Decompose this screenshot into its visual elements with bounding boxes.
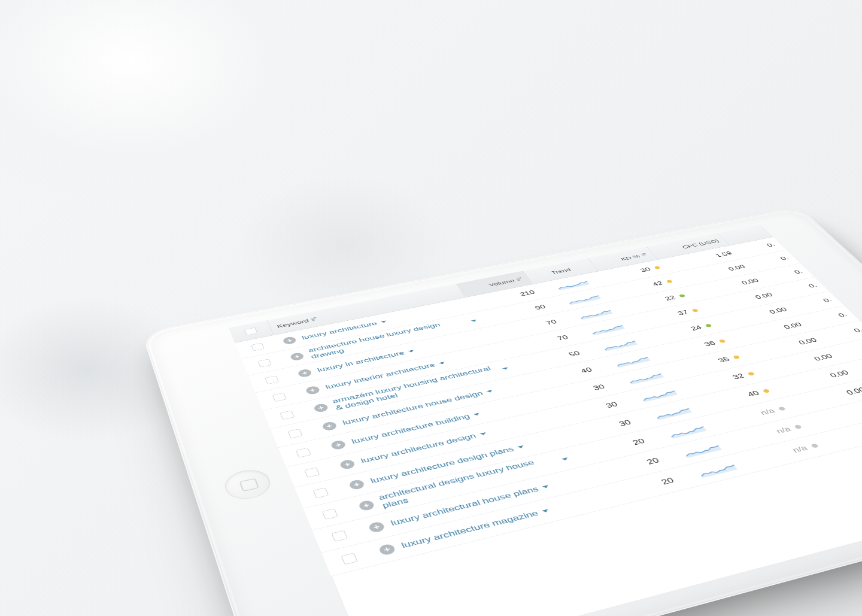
row-keyword-cell: + luxury architecture design plans	[341, 434, 564, 493]
row-checkbox-cell	[289, 464, 335, 481]
keyword-table: Keyword Volume Trend KD %	[229, 225, 862, 616]
header-keyword-label: Keyword	[276, 318, 309, 329]
extra-value: 0.	[821, 297, 834, 304]
keyword-link[interactable]: luxury architecture design	[360, 430, 488, 465]
extra-value: 0.	[779, 255, 790, 262]
row-checkbox[interactable]	[251, 343, 265, 351]
trend-sparkline	[695, 460, 742, 479]
add-keyword-button[interactable]: +	[357, 499, 375, 511]
row-checkbox[interactable]	[288, 429, 303, 438]
keyword-text: luxury architecture design	[360, 432, 478, 465]
row-checkbox[interactable]	[304, 468, 320, 478]
chevron-down-icon	[542, 485, 550, 488]
cpc-value: 0.00	[845, 386, 862, 397]
row-checkbox-cell	[315, 526, 364, 545]
cpc-value: 0.00	[754, 292, 775, 301]
add-keyword-button[interactable]: +	[321, 421, 338, 432]
kd-difficulty-dot	[654, 266, 661, 269]
ipad-device: Keyword Volume Trend KD %	[141, 207, 862, 616]
keyword-link[interactable]: luxury architecture building	[350, 411, 482, 446]
row-extra-cell	[854, 360, 862, 371]
row-checkbox[interactable]	[272, 393, 287, 402]
row-keyword-cell: + luxury architectural house plans	[360, 473, 591, 536]
row-keyword-cell: + luxury architecture magazine	[370, 493, 605, 558]
keyword-link[interactable]: luxury architectural house plans	[389, 483, 551, 528]
keyword-link[interactable]: luxury architecture design plans	[369, 443, 526, 485]
add-keyword-button[interactable]: +	[305, 386, 321, 395]
extra-value: 0.	[837, 311, 849, 318]
table-row: + luxury architecture magazine 20 n/a	[321, 403, 862, 576]
kd-value: 35	[717, 356, 732, 364]
chevron-down-icon	[381, 320, 387, 323]
chevron-down-icon	[486, 390, 493, 393]
row-checkbox-cell	[237, 340, 278, 354]
row-keyword-cell: + luxury architecture design	[332, 415, 553, 472]
sort-icon	[311, 317, 317, 321]
add-keyword-button[interactable]: +	[289, 352, 305, 361]
add-keyword-button[interactable]: +	[339, 459, 356, 471]
cpc-value: 0.00	[740, 278, 761, 286]
kd-value: 24	[689, 324, 703, 332]
row-volume-cell: 30	[560, 417, 640, 441]
row-trend-cell	[648, 417, 729, 444]
row-volume-cell: 20	[585, 455, 668, 481]
row-checkbox[interactable]	[265, 375, 279, 384]
kd-difficulty-dot	[733, 355, 740, 359]
chevron-down-icon	[474, 413, 481, 417]
perspective-stage: Keyword Volume Trend KD %	[0, 0, 862, 616]
row-checkbox-cell	[257, 390, 301, 405]
cpc-value: 0.00	[767, 307, 789, 315]
row-checkbox[interactable]	[296, 448, 311, 458]
row-checkbox[interactable]	[313, 487, 329, 498]
trend-sparkline	[680, 440, 727, 459]
trend-sparkline	[638, 386, 682, 403]
row-checkbox[interactable]	[280, 411, 295, 420]
add-keyword-button[interactable]: +	[297, 368, 312, 378]
row-keyword-cell: + architectural designs luxury house pla…	[348, 450, 580, 517]
row-trend-cell	[661, 436, 743, 463]
cpc-value: 1.59	[714, 250, 734, 258]
keyword-link[interactable]: luxury architecture magazine	[400, 506, 551, 550]
chevron-down-icon	[439, 362, 445, 365]
cpc-value: 0.00	[797, 337, 819, 347]
header-volume-label: Volume	[487, 278, 515, 287]
home-button[interactable]	[221, 466, 275, 503]
trend-sparkline	[564, 292, 605, 306]
add-keyword-button[interactable]: +	[348, 479, 365, 490]
row-trend-cell	[676, 455, 760, 483]
keyword-text: luxury architecture design plans	[369, 445, 516, 485]
volume-value: 30	[604, 400, 620, 409]
trend-sparkline	[624, 369, 668, 386]
row-checkbox[interactable]	[331, 530, 348, 542]
add-keyword-button[interactable]: +	[313, 403, 329, 413]
row-checkbox[interactable]	[322, 508, 338, 520]
kd-value: 42	[651, 280, 664, 287]
row-checkbox-cell	[298, 484, 345, 502]
header-trend-label: Trend	[550, 267, 572, 275]
kd-difficulty-dot	[691, 308, 699, 312]
row-kd-cell: n/a	[737, 421, 810, 444]
add-keyword-button[interactable]: +	[282, 336, 297, 345]
volume-value: 70	[545, 318, 559, 326]
keyword-text: luxury architecture building	[350, 412, 472, 445]
row-checkbox[interactable]	[257, 359, 271, 368]
kd-value: 37	[676, 309, 690, 317]
volume-value: 40	[579, 366, 594, 375]
row-volume-cell: 20	[572, 436, 654, 461]
select-all-checkbox[interactable]	[244, 327, 258, 335]
chevron-down-icon	[542, 509, 550, 513]
row-kd-cell: n/a	[753, 440, 827, 464]
trend-sparkline	[599, 336, 641, 352]
keyword-link[interactable]: architectural designs luxury house plans	[377, 451, 573, 511]
kd-difficulty-dot	[679, 294, 686, 298]
add-keyword-button[interactable]: +	[378, 543, 396, 556]
row-checkbox-cell	[281, 444, 326, 461]
extra-value: 0.	[793, 269, 805, 275]
ipad-screen: Keyword Volume Trend KD %	[229, 225, 862, 616]
add-keyword-button[interactable]: +	[330, 439, 347, 450]
row-checkbox[interactable]	[341, 553, 358, 565]
row-volume-cell: 20	[599, 475, 683, 502]
add-keyword-button[interactable]: +	[368, 521, 386, 533]
chevron-down-icon	[561, 457, 569, 461]
extra-value: 0.	[807, 283, 819, 289]
